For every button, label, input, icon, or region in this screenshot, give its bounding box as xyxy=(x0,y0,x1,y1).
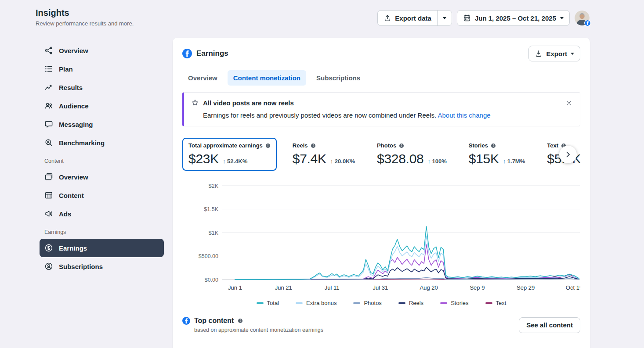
sidebar-item-benchmarking[interactable]: Benchmarking xyxy=(40,133,164,152)
benchmarking-icon xyxy=(44,138,53,147)
sidebar-item-messaging[interactable]: Messaging xyxy=(40,115,164,133)
metric-value: $15K xyxy=(469,151,499,166)
legend-swatch xyxy=(353,302,360,304)
legend-item-extra-bonus[interactable]: Extra bonus xyxy=(296,300,336,306)
metric-card-total-approximate-earnings[interactable]: Total approximate earnings$23K↑ 52.4K% xyxy=(182,138,277,171)
sidebar-item-ads[interactable]: Ads xyxy=(40,204,164,223)
card-title: Earnings xyxy=(196,49,228,58)
chart-wrap: $2K$1.5K$1K$500.00$0.00Jun 1Jun 21Jul 11… xyxy=(182,180,580,306)
sidebar-item-results[interactable]: Results xyxy=(40,78,164,97)
sidebar-item-audience[interactable]: Audience xyxy=(40,97,164,115)
tab-overview[interactable]: Overview xyxy=(182,70,223,86)
sidebar-item-label: Results xyxy=(59,84,83,91)
sidebar-item-earnings[interactable]: Earnings xyxy=(40,239,164,257)
info-icon[interactable] xyxy=(238,318,243,323)
messaging-icon xyxy=(44,120,53,129)
metric-change: ↑ 100% xyxy=(427,158,446,165)
legend-swatch xyxy=(257,302,264,304)
sidebar-item-overview[interactable]: Overview xyxy=(40,168,164,186)
sidebar-item-label: Overview xyxy=(59,173,88,181)
overview-icon xyxy=(44,46,53,55)
date-range-button[interactable]: Jun 1, 2025 – Oct 21, 2025 xyxy=(457,10,570,26)
banner-close-button[interactable] xyxy=(564,98,574,108)
metric-label-row: Photos xyxy=(377,142,447,149)
calendar-icon xyxy=(463,14,471,22)
see-all-content-button[interactable]: See all content xyxy=(519,317,580,333)
tab-content-monetization[interactable]: Content monetization xyxy=(228,70,306,86)
svg-text:$0.00: $0.00 xyxy=(205,277,218,283)
svg-text:$500.00: $500.00 xyxy=(199,253,218,259)
metric-card-stories[interactable]: Stories$15K↑ 1.7M% xyxy=(463,138,531,171)
export-data-dropdown-button[interactable] xyxy=(438,11,452,25)
legend-item-photos[interactable]: Photos xyxy=(353,300,381,306)
up-arrow-icon: ↑ xyxy=(223,158,226,165)
up-arrow-icon: ↑ xyxy=(503,158,506,165)
metric-label: Stories xyxy=(469,142,488,149)
chevron-right-icon xyxy=(564,150,572,159)
sidebar-item-plan[interactable]: Plan xyxy=(40,60,164,78)
export-data-button[interactable]: Export data xyxy=(378,11,437,25)
top-content-title: Top content xyxy=(194,317,234,325)
legend-label: Reels xyxy=(409,300,423,306)
top-content-subtitle: based on approximate content monetizatio… xyxy=(194,327,323,333)
legend-swatch xyxy=(398,302,405,304)
metric-label: Reels xyxy=(293,142,308,149)
sidebar-item-overview[interactable]: Overview xyxy=(40,41,164,60)
metric-change: ↑ 20.0K% xyxy=(330,158,355,165)
sidebar-item-subscriptions[interactable]: Subscriptions xyxy=(40,257,164,276)
metric-value: $23K xyxy=(188,151,219,166)
svg-text:Oct 19: Oct 19 xyxy=(566,284,580,291)
avatar[interactable] xyxy=(575,11,590,25)
legend-item-reels[interactable]: Reels xyxy=(398,300,423,306)
metric-card-photos[interactable]: Photos$328.08↑ 100% xyxy=(371,138,453,171)
sidebar-item-label: Earnings xyxy=(59,244,87,252)
legend-item-stories[interactable]: Stories xyxy=(440,300,468,306)
scroll-next-button[interactable] xyxy=(559,146,577,163)
facebook-icon xyxy=(182,317,190,325)
tab-subscriptions[interactable]: Subscriptions xyxy=(311,70,366,86)
legend-swatch xyxy=(485,302,492,304)
metric-value-row: $328.08↑ 100% xyxy=(377,151,447,166)
sidebar-item-content[interactable]: Content xyxy=(40,186,164,204)
results-icon xyxy=(44,83,53,92)
metric-label-row: Stories xyxy=(469,142,525,149)
svg-text:$2K: $2K xyxy=(209,183,219,189)
svg-text:$1K: $1K xyxy=(209,230,219,236)
metric-card-reels[interactable]: Reels$7.4K↑ 20.0K% xyxy=(286,138,361,171)
metric-label: Text xyxy=(547,142,558,149)
audience-icon xyxy=(44,101,53,110)
page-subtitle: Review performance results and more. xyxy=(36,20,134,27)
metric-value-row: $23K↑ 52.4K% xyxy=(188,151,271,166)
star-icon xyxy=(191,99,199,107)
sidebar-section-label-earnings: Earnings xyxy=(40,223,164,239)
legend-label: Extra bonus xyxy=(306,300,336,306)
sidebar-item-label: Audience xyxy=(59,102,89,110)
metrics-row: Total approximate earnings$23K↑ 52.4K%Re… xyxy=(182,138,580,171)
metric-change: ↑ 1.7M% xyxy=(503,158,525,165)
see-all-content-label: See all content xyxy=(526,321,573,329)
page-header: Insights Review performance results and … xyxy=(36,8,134,27)
tabs: OverviewContent monetizationSubscription… xyxy=(182,70,580,86)
legend-item-total[interactable]: Total xyxy=(257,300,279,306)
caret-down-icon xyxy=(560,17,564,19)
export-button[interactable]: Export xyxy=(528,46,580,61)
page-title: Insights xyxy=(36,8,134,18)
sidebar-item-label: Subscriptions xyxy=(59,263,103,270)
legend-label: Text xyxy=(496,300,507,306)
svg-text:$1.5K: $1.5K xyxy=(204,206,218,212)
info-icon xyxy=(399,143,404,148)
avatar-facebook-badge xyxy=(584,20,591,26)
sidebar-item-label: Overview xyxy=(59,47,88,54)
metric-change: ↑ 52.4K% xyxy=(223,158,247,165)
legend-item-text[interactable]: Text xyxy=(485,300,507,306)
about-this-change-link[interactable]: About this change xyxy=(438,111,490,119)
svg-text:Jul 11: Jul 11 xyxy=(325,284,340,291)
metric-value: $328.08 xyxy=(377,151,423,166)
top-content-section: Top content based on approximate content… xyxy=(182,317,580,333)
legend-swatch xyxy=(296,302,303,304)
metric-value-row: $7.4K↑ 20.0K% xyxy=(293,151,355,166)
svg-text:Sep 29: Sep 29 xyxy=(517,284,535,291)
reels-banner: All video posts are now reels Earnings f… xyxy=(182,92,580,126)
facebook-icon xyxy=(585,20,590,26)
banner-title: All video posts are now reels xyxy=(203,99,294,107)
